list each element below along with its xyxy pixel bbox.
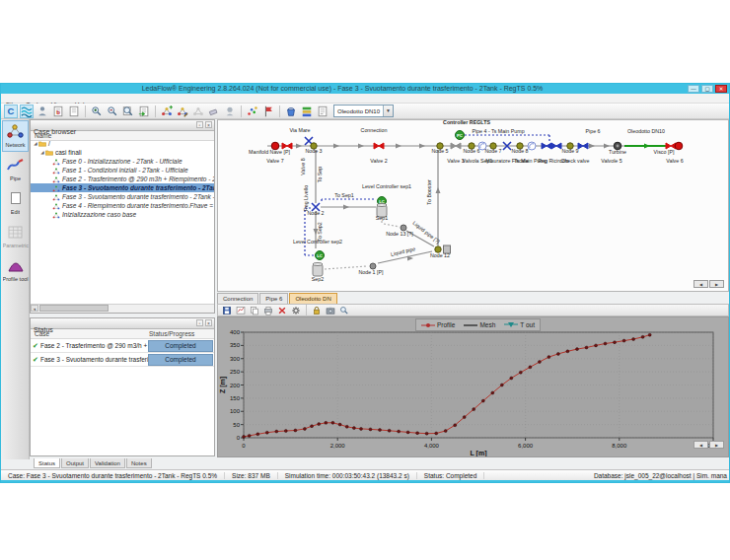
ledaflow-waves-icon[interactable]	[20, 105, 34, 118]
sidebar-tool-profile-tool[interactable]: Profile tool	[2, 254, 29, 286]
legend-item-profile[interactable]: Profile	[421, 321, 455, 328]
scroll-left-icon[interactable]: ◂	[31, 305, 38, 312]
diagram-label: To Sep	[317, 167, 323, 183]
snapshot-icon[interactable]	[325, 305, 336, 315]
diagram-valve[interactable]	[451, 143, 461, 149]
scroll-thumb[interactable]	[39, 305, 109, 312]
flag-icon[interactable]	[261, 105, 275, 118]
diagram-valve[interactable]	[374, 143, 384, 149]
notes-icon[interactable]	[316, 105, 329, 118]
network-icon	[7, 124, 24, 141]
close-panel-icon[interactable]: ×	[205, 319, 212, 326]
copy-plot-icon[interactable]	[249, 305, 260, 315]
close-button[interactable]: ✕	[715, 85, 727, 93]
status-rows: ✔Fase 2 - Trasferimento @ 290 m3/h + Rie…	[31, 339, 214, 367]
window-title: LedaFlow® Engineering 2.8.264.024 (Not f…	[1, 84, 684, 94]
tree-item[interactable]: Fase 4 - Riempimento durante trasferimen…	[31, 201, 214, 210]
sidebar-tool-network[interactable]: Network	[2, 120, 29, 152]
network-diagram[interactable]: PCLCLCVia MareManifold Nave [P]Valve 7No…	[217, 119, 729, 292]
chart-scroll-right-icon[interactable]: ▶	[709, 441, 724, 449]
import-case-icon[interactable]	[137, 105, 151, 118]
plot-tab-pipe-6[interactable]: Pipe 6	[259, 293, 288, 304]
sidebar-tool-edit[interactable]: Edit	[2, 187, 29, 219]
title-bar[interactable]: LedaFlow® Engineering 2.8.264.024 (Not f…	[1, 84, 729, 94]
case-browser-header[interactable]: Case browser ▫ ×	[31, 120, 214, 131]
tab-notes[interactable]: Notes	[126, 458, 152, 468]
float-panel-icon[interactable]: ▫	[196, 121, 203, 128]
legend-label: T out	[520, 321, 535, 328]
tree-item[interactable]: ◢casi finali	[31, 148, 214, 157]
status-row[interactable]: ✔Fase 2 - Trasferimento @ 290 m3/h + Rie…	[31, 339, 214, 353]
zoom-plot-icon[interactable]	[338, 305, 350, 315]
legend-item-t-out[interactable]: T out	[504, 321, 535, 328]
zoom-fit-icon[interactable]	[121, 105, 135, 118]
delete-plot-icon[interactable]	[276, 305, 288, 315]
chart-legend: ProfileMeshT out	[415, 318, 541, 331]
diagram-scroll-right-icon[interactable]: ▶	[709, 280, 724, 288]
scatter-plot-icon[interactable]	[246, 105, 259, 118]
legend-item-mesh[interactable]: Mesh	[464, 321, 495, 328]
app-window: LedaFlow® Engineering 2.8.264.024 (Not f…	[0, 83, 730, 483]
chevron-down-icon[interactable]: ▼	[383, 105, 393, 116]
report-icon[interactable]: b	[51, 105, 65, 118]
tab-status[interactable]: Status	[34, 458, 60, 468]
ledaflow-c-icon[interactable]: C	[4, 105, 18, 118]
zoom-out-icon[interactable]	[106, 105, 119, 118]
chart-scroll-left-icon[interactable]: ◀	[694, 441, 708, 449]
plot-tab-connection[interactable]: Connection	[217, 293, 258, 304]
save-plot-icon[interactable]	[221, 305, 233, 315]
close-panel-icon[interactable]: ×	[205, 121, 212, 128]
diagram-controller[interactable]: LC	[316, 251, 325, 260]
diagram-valve[interactable]	[551, 143, 561, 149]
network-selector-dropdown[interactable]: Oleodotto DN10▼	[333, 105, 394, 117]
diagram-label: Node 5	[431, 148, 448, 154]
document-icon[interactable]	[67, 105, 81, 118]
tree-item[interactable]: Fase 3 - Svuotamento durante trasferimen…	[31, 183, 214, 192]
diagram-pump[interactable]	[528, 142, 536, 150]
tree-item[interactable]: Fase 1 - Condizioni iniziali - 2Tank - U…	[31, 166, 214, 175]
tree-item[interactable]: Fase 3 - Svuotamento durante trasferimen…	[31, 192, 214, 201]
tree-item-label: Fase 4 - Riempimento durante trasferimen…	[62, 202, 214, 209]
diagram-valve[interactable]	[578, 143, 588, 149]
diagram-scroll-left-icon[interactable]: ◀	[694, 280, 708, 288]
network-disabled-icon[interactable]	[191, 105, 205, 118]
diagram-label: Liquid pipe [?]	[411, 220, 441, 245]
chart-nav: ◀ ▶	[694, 441, 724, 449]
lock-axes-icon[interactable]	[311, 305, 323, 315]
tree-item[interactable]: Inizializzazione caso base	[31, 210, 214, 219]
diagram-valve[interactable]	[542, 143, 551, 149]
fluid-bucket-icon[interactable]	[284, 105, 298, 118]
plot-settings-icon[interactable]	[290, 305, 302, 315]
tree-item-label: casi finali	[55, 149, 82, 156]
tree-item[interactable]: ◢/	[31, 139, 214, 148]
diagram-boundary-node[interactable]	[675, 142, 683, 150]
chart-image-icon[interactable]	[235, 305, 247, 315]
edit-network-icon[interactable]	[176, 105, 189, 118]
status-panel-header[interactable]: Status ▫ ×	[31, 318, 214, 329]
add-network-icon[interactable]	[160, 105, 174, 118]
diagram-separator[interactable]	[313, 263, 323, 277]
minimize-button[interactable]: —	[688, 85, 699, 93]
profile-chart[interactable]: 05010015020025030035040002,0004,0006,000…	[217, 316, 729, 457]
diagram-label: Level Controller sep1	[362, 183, 411, 189]
user-icon[interactable]	[36, 105, 49, 118]
tree-hscrollbar[interactable]: ◂	[31, 304, 214, 313]
plot-tab-oleodotto-dn[interactable]: Oleodotto DN	[289, 293, 336, 304]
diagram-controller[interactable]: PC	[456, 131, 465, 140]
tab-validation[interactable]: Validation	[90, 458, 125, 468]
tree-item[interactable]: Fase 2 - Trasferimento @ 290 m3h + Riemp…	[31, 175, 214, 183]
print-plot-icon[interactable]	[262, 305, 274, 315]
tab-output[interactable]: Output	[61, 458, 89, 468]
progress-column-label[interactable]: Status/Progress	[149, 329, 194, 338]
status-row[interactable]: ✔Fase 3 - Svuotamento durante trasferime…	[31, 353, 214, 367]
sidebar-tool-pipe[interactable]: Pipe	[2, 154, 29, 185]
maximize-button[interactable]: ▢	[701, 85, 713, 93]
page: LedaFlow® Engineering 2.8.264.024 (Not f…	[0, 0, 730, 560]
float-panel-icon[interactable]: ▫	[196, 319, 203, 326]
layers-icon[interactable]	[300, 105, 314, 118]
case-icon	[52, 193, 60, 201]
eraser-icon[interactable]	[207, 105, 221, 118]
tree-item[interactable]: Fase 0 - Inizializzazione - 2Tank - Uffi…	[31, 157, 214, 166]
profile-head-icon[interactable]	[223, 105, 237, 118]
zoom-in-icon[interactable]	[90, 105, 104, 118]
